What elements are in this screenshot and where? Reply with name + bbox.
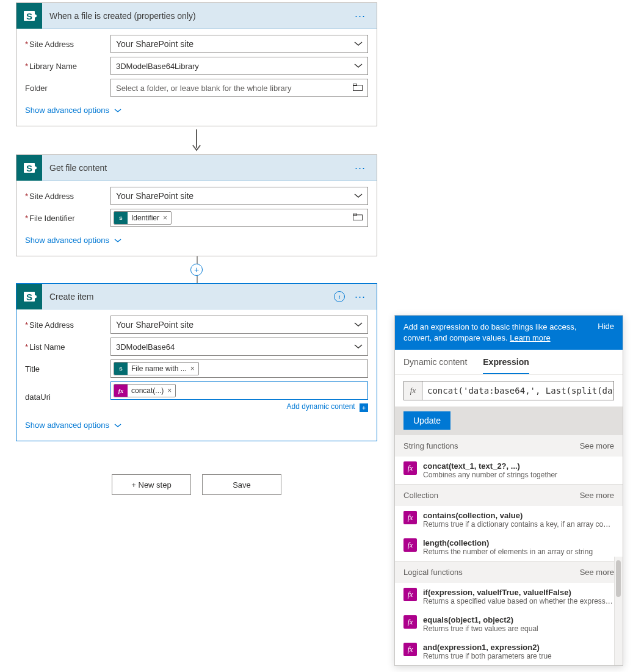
- remove-token-icon[interactable]: ×: [189, 364, 198, 373]
- filename-token[interactable]: S File name with ... ×: [114, 362, 199, 375]
- site-address-value: Your SharePoint site: [116, 320, 194, 330]
- site-address-value: Your SharePoint site: [116, 191, 194, 201]
- fx-icon: fx: [114, 384, 128, 397]
- createitem-menu-icon[interactable]: ···: [351, 291, 377, 302]
- footer-buttons: + New step Save: [16, 474, 377, 495]
- datauri-input[interactable]: fx concat(...) ×: [110, 381, 368, 400]
- save-button[interactable]: Save: [202, 474, 281, 495]
- remove-token-icon[interactable]: ×: [162, 214, 171, 222]
- add-dynamic-plus-icon[interactable]: +: [360, 403, 368, 412]
- trigger-title: When a file is created (properties only): [42, 11, 351, 21]
- insert-step-button[interactable]: +: [190, 264, 203, 276]
- getfile-header[interactable]: S Get file content ···: [16, 155, 377, 181]
- tab-expression[interactable]: Expression: [483, 350, 529, 374]
- site-address-value: Your SharePoint site: [116, 39, 194, 49]
- new-step-button[interactable]: + New step: [112, 474, 191, 495]
- library-name-select[interactable]: 3DModelBase64Library: [110, 57, 368, 75]
- sharepoint-icon: S: [16, 3, 42, 29]
- site-address-select[interactable]: Your SharePoint site: [110, 35, 368, 53]
- chevron-down-icon: [114, 421, 121, 430]
- library-name-label: Library Name: [25, 62, 110, 71]
- datauri-label: dataUri: [25, 392, 110, 402]
- flow-arrow: [16, 126, 377, 154]
- folder-placeholder: Select a folder, or leave blank for the …: [116, 84, 292, 93]
- hide-flyout-button[interactable]: Hide: [598, 322, 614, 344]
- show-advanced-link[interactable]: Show advanced options: [25, 421, 368, 430]
- getfile-title: Get file content: [42, 163, 351, 173]
- remove-token-icon[interactable]: ×: [166, 386, 175, 395]
- folder-input[interactable]: Select a folder, or leave blank for the …: [110, 79, 368, 97]
- expression-code: concat('data:base64,', Last(split(dataUr…: [422, 386, 613, 396]
- file-identifier-input[interactable]: S Identifier ×: [110, 209, 368, 227]
- createitem-card: S Create item i ··· Site Address Your Sh…: [16, 283, 377, 441]
- file-identifier-label: File Identifier: [25, 214, 110, 223]
- flyout-tabs: Dynamic content Expression: [395, 350, 623, 375]
- createitem-title: Create item: [42, 292, 334, 302]
- fn-concat[interactable]: fx concat(text_1, text_2?, ...) Combines…: [395, 457, 623, 484]
- update-button[interactable]: Update: [403, 411, 450, 430]
- info-icon[interactable]: i: [334, 291, 345, 302]
- chevron-down-icon: [354, 344, 363, 349]
- site-address-select[interactable]: Your SharePoint site: [110, 187, 368, 205]
- identifier-token[interactable]: S Identifier ×: [114, 211, 172, 225]
- flyout-header-text: Add an expression to do basic things lik…: [403, 322, 576, 342]
- sharepoint-token-icon: S: [114, 211, 128, 225]
- chevron-down-icon: [114, 236, 121, 245]
- title-label: Title: [25, 364, 110, 374]
- add-dynamic-content: Add dynamic content +: [110, 402, 368, 412]
- expression-flyout: Add an expression to do basic things lik…: [394, 315, 623, 495]
- trigger-menu-icon[interactable]: ···: [351, 10, 377, 21]
- expression-token[interactable]: fx concat(...) ×: [114, 384, 176, 397]
- title-input[interactable]: S File name with ... ×: [110, 359, 368, 378]
- folder-label: Folder: [25, 84, 110, 93]
- site-address-select[interactable]: Your SharePoint site: [110, 316, 368, 334]
- fx-icon: fx: [403, 461, 417, 475]
- fx-icon: fx: [404, 381, 422, 400]
- chevron-down-icon: [354, 322, 363, 327]
- update-row: Update: [395, 406, 623, 435]
- chevron-down-icon: [354, 42, 363, 46]
- trigger-header[interactable]: S When a file is created (properties onl…: [16, 3, 377, 29]
- flyout-header: Add an expression to do basic things lik…: [395, 316, 623, 350]
- site-address-label: Site Address: [25, 40, 110, 49]
- learn-more-link[interactable]: Learn more: [510, 333, 550, 342]
- chevron-down-icon: [354, 193, 363, 198]
- getfile-menu-icon[interactable]: ···: [351, 162, 377, 173]
- list-name-select[interactable]: 3DModelBase64: [110, 338, 368, 356]
- trigger-card: S When a file is created (properties onl…: [16, 2, 377, 126]
- show-advanced-link[interactable]: Show advanced options: [25, 236, 368, 245]
- folder-picker-icon[interactable]: [353, 83, 363, 93]
- sharepoint-icon: S: [16, 155, 42, 181]
- site-address-label: Site Address: [25, 320, 110, 330]
- sharepoint-token-icon: S: [114, 362, 128, 375]
- section-string-functions: String functions See more: [395, 435, 623, 457]
- tab-dynamic-content[interactable]: Dynamic content: [403, 350, 467, 374]
- getfile-card: S Get file content ··· Site Address Your…: [16, 154, 377, 256]
- sharepoint-icon: S: [16, 284, 42, 309]
- see-more-link[interactable]: See more: [580, 441, 614, 450]
- site-address-label: Site Address: [25, 192, 110, 201]
- chevron-down-icon: [114, 106, 121, 115]
- chevron-down-icon: [354, 63, 363, 68]
- insert-step: +: [16, 256, 377, 283]
- section-collection: Collection See more: [395, 484, 623, 495]
- createitem-header[interactable]: S Create item i ···: [16, 284, 377, 309]
- expression-input[interactable]: fx concat('data:base64,', Last(split(dat…: [403, 381, 614, 400]
- folder-picker-icon[interactable]: [353, 214, 363, 223]
- see-more-link[interactable]: See more: [580, 491, 614, 495]
- library-name-value: 3DModelBase64Library: [116, 62, 199, 71]
- list-name-label: List Name: [25, 342, 110, 352]
- add-dynamic-content-link[interactable]: Add dynamic content: [287, 402, 355, 411]
- list-name-value: 3DModelBase64: [116, 342, 175, 352]
- show-advanced-link[interactable]: Show advanced options: [25, 106, 368, 115]
